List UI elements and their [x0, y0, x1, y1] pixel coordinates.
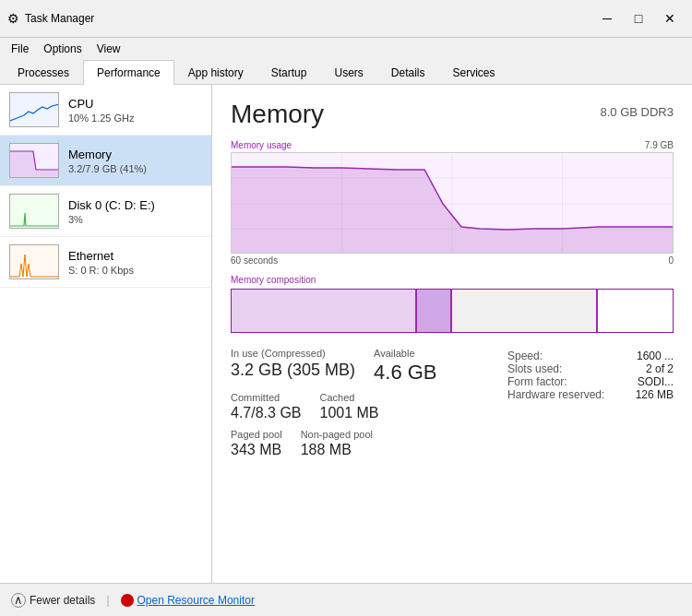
memory-usage-section: Memory usage 7.9 GB: [231, 140, 674, 266]
slots-value: 2 of 2: [646, 362, 674, 375]
memory-title: Memory: [68, 148, 202, 161]
detail-header: Memory 8.0 GB DDR3: [231, 100, 674, 129]
menu-bar: File Options View: [0, 38, 692, 60]
sidebar-item-memory[interactable]: Memory 3.2/7.9 GB (41%): [0, 136, 211, 186]
comp-modified: [417, 290, 452, 332]
menu-options[interactable]: Options: [36, 40, 89, 58]
speed-value: 1600 ...: [637, 349, 674, 362]
tab-details[interactable]: Details: [377, 60, 439, 85]
reserved-label: Hardware reserved:: [507, 388, 604, 401]
close-button[interactable]: ✕: [655, 6, 685, 31]
chart-label-row: Memory usage 7.9 GB: [231, 140, 674, 150]
tab-performance[interactable]: Performance: [83, 60, 174, 85]
form-value: SODI...: [638, 375, 674, 388]
right-stat-slots: Slots used: 2 of 2: [507, 362, 674, 375]
stat-cached: Cached 1001 MB: [320, 392, 379, 421]
stat-paged-value: 343 MB: [231, 442, 282, 458]
ethernet-thumbnail: [9, 244, 59, 279]
stat-available: Available 4.6 GB: [374, 348, 436, 385]
reserved-value: 126 MB: [636, 388, 674, 401]
stat-committed-label: Committed: [231, 392, 302, 403]
ethernet-title: Ethernet: [68, 249, 202, 263]
stat-inuse-value: 3.2 GB (305 MB): [231, 361, 355, 380]
stat-nonpaged-label: Non-paged pool: [301, 429, 373, 440]
speed-label: Speed:: [507, 349, 543, 362]
app-title: Task Manager: [25, 12, 94, 25]
stat-available-value: 4.6 GB: [374, 361, 436, 385]
open-resource-monitor-label: Open Resource Monitor: [137, 594, 255, 607]
memory-thumbnail: [9, 143, 59, 178]
stat-committed: Committed 4.7/8.3 GB: [231, 392, 302, 421]
svg-rect-0: [10, 93, 59, 127]
disk-info: Disk 0 (C: D: E:) 3%: [68, 198, 202, 225]
fewer-details-label: Fewer details: [30, 594, 95, 607]
disk-title: Disk 0 (C: D: E:): [68, 198, 202, 212]
disk-thumbnail: [9, 194, 59, 229]
main-content: CPU 10% 1.25 GHz Memory 3.2/7.9 GB (41%): [0, 85, 692, 588]
sidebar-item-ethernet[interactable]: Ethernet S: 0 R: 0 Kbps: [0, 237, 211, 288]
menu-view[interactable]: View: [89, 40, 128, 58]
tab-startup[interactable]: Startup: [257, 60, 321, 85]
stat-inuse: In use (Compressed) 3.2 GB (305 MB): [231, 348, 355, 385]
cpu-thumbnail: [9, 92, 59, 127]
bottom-bar: ∧ Fewer details | Open Resource Monitor: [0, 583, 692, 616]
form-label: Form factor:: [507, 375, 567, 388]
stats-row-3: Paged pool 343 MB Non-paged pool 188 MB: [231, 429, 489, 458]
chart-bottom-labels: 60 seconds 0: [231, 255, 674, 266]
tab-users[interactable]: Users: [320, 60, 376, 85]
stat-nonpaged: Non-paged pool 188 MB: [301, 429, 373, 458]
chart-time-left: 60 seconds: [231, 255, 278, 266]
memory-sub: 3.2/7.9 GB (41%): [68, 163, 202, 174]
stat-cached-label: Cached: [320, 392, 379, 403]
ethernet-sub: S: 0 R: 0 Kbps: [68, 265, 202, 276]
right-stat-form: Form factor: SODI...: [507, 375, 674, 388]
stats-row-2: Committed 4.7/8.3 GB Cached 1001 MB: [231, 392, 489, 421]
disk-sub: 3%: [68, 214, 202, 225]
comp-free: [598, 290, 673, 332]
stat-committed-value: 4.7/8.3 GB: [231, 405, 302, 421]
chart-label: Memory usage: [231, 140, 292, 150]
minimize-button[interactable]: ─: [592, 6, 622, 31]
tab-services[interactable]: Services: [439, 60, 509, 85]
tab-app-history[interactable]: App history: [174, 60, 257, 85]
stat-inuse-label: In use (Compressed): [231, 348, 355, 359]
sidebar: CPU 10% 1.25 GHz Memory 3.2/7.9 GB (41%): [0, 85, 212, 588]
separator: |: [106, 594, 109, 607]
ethernet-info: Ethernet S: 0 R: 0 Kbps: [68, 249, 202, 276]
window-controls: ─ □ ✕: [592, 6, 685, 31]
right-stats: Speed: 1600 ... Slots used: 2 of 2 Form …: [507, 348, 674, 458]
maximize-button[interactable]: □: [624, 6, 653, 31]
stat-paged: Paged pool 343 MB: [231, 429, 282, 458]
fewer-details-button[interactable]: ∧ Fewer details: [11, 593, 95, 608]
resource-monitor-icon: [121, 594, 134, 607]
title-bar: ⚙ Task Manager ─ □ ✕: [0, 0, 692, 38]
chart-max: 7.9 GB: [645, 140, 674, 150]
cpu-sub: 10% 1.25 GHz: [68, 113, 202, 124]
stats-area: In use (Compressed) 3.2 GB (305 MB) Avai…: [231, 348, 674, 458]
cpu-info: CPU 10% 1.25 GHz: [68, 97, 202, 124]
comp-standby: [452, 290, 598, 332]
stat-nonpaged-value: 188 MB: [301, 442, 373, 458]
open-resource-monitor-button[interactable]: Open Resource Monitor: [121, 594, 255, 607]
chevron-up-icon: ∧: [11, 593, 26, 608]
composition-chart: [231, 289, 674, 333]
comp-inuse: [232, 290, 417, 332]
tab-bar: Processes Performance App history Startu…: [0, 60, 692, 85]
stats-row-1: In use (Compressed) 3.2 GB (305 MB) Avai…: [231, 348, 489, 385]
detail-spec: 8.0 GB DDR3: [601, 105, 674, 119]
slots-label: Slots used:: [507, 362, 562, 375]
memory-info: Memory 3.2/7.9 GB (41%): [68, 148, 202, 174]
svg-rect-4: [10, 245, 59, 279]
detail-title: Memory: [231, 100, 324, 129]
cpu-title: CPU: [68, 97, 202, 111]
app-icon: ⚙: [7, 11, 19, 26]
chart-time-right: 0: [668, 255, 674, 266]
svg-rect-3: [10, 195, 59, 229]
left-stats: In use (Compressed) 3.2 GB (305 MB) Avai…: [231, 348, 489, 458]
tab-processes[interactable]: Processes: [4, 60, 83, 85]
detail-panel: Memory 8.0 GB DDR3 Memory usage 7.9 GB: [212, 85, 692, 588]
stat-cached-value: 1001 MB: [320, 405, 379, 421]
menu-file[interactable]: File: [4, 40, 36, 58]
sidebar-item-disk[interactable]: Disk 0 (C: D: E:) 3%: [0, 186, 211, 237]
sidebar-item-cpu[interactable]: CPU 10% 1.25 GHz: [0, 85, 211, 136]
